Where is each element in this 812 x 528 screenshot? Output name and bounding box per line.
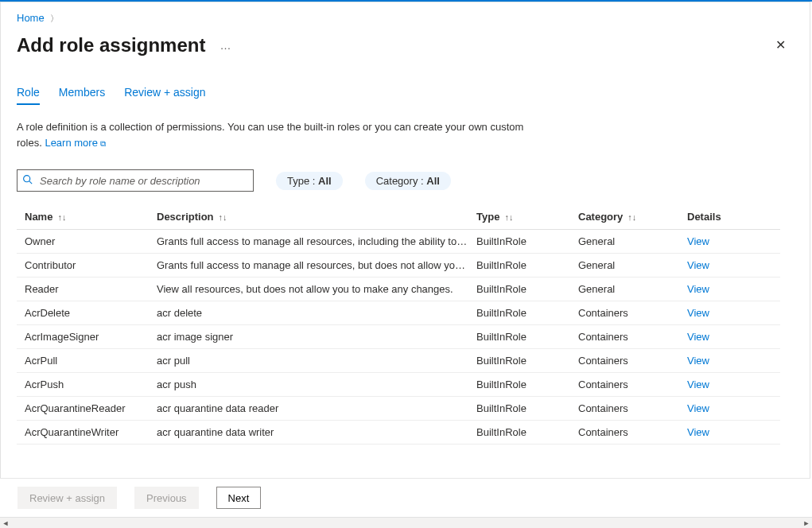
footer-bar: Review + assign Previous Next xyxy=(0,478,810,517)
cell-type: BuiltInRole xyxy=(476,259,578,271)
breadcrumb-home[interactable]: Home xyxy=(17,12,45,24)
cell-type: BuiltInRole xyxy=(476,307,578,319)
cell-category: Containers xyxy=(578,379,687,390)
table-row[interactable]: OwnerGrants full access to manage all re… xyxy=(17,230,780,254)
type-filter-value: All xyxy=(318,175,332,187)
cell-category: Containers xyxy=(578,426,687,438)
svg-line-1 xyxy=(29,181,32,184)
view-link[interactable]: View xyxy=(687,402,751,414)
cell-description: Grants full access to manage all resourc… xyxy=(157,235,476,247)
close-button[interactable]: ✕ xyxy=(771,33,791,57)
table-row[interactable]: AcrImageSigneracr image signerBuiltInRol… xyxy=(17,325,780,349)
cell-description: View all resources, but does not allow y… xyxy=(157,283,476,295)
cell-category: General xyxy=(578,283,687,295)
cell-description: Grants full access to manage all resourc… xyxy=(157,259,476,271)
table-row[interactable]: AcrPullacr pullBuiltInRoleContainersView xyxy=(17,349,780,373)
cell-name: AcrQuarantineWriter xyxy=(25,426,157,438)
cell-name: AcrPush xyxy=(25,379,157,390)
view-link[interactable]: View xyxy=(687,379,751,390)
horizontal-scrollbar[interactable]: ◄ ► xyxy=(0,517,812,528)
view-link[interactable]: View xyxy=(687,426,751,438)
cell-description: acr quarantine data reader xyxy=(157,402,476,414)
cell-type: BuiltInRole xyxy=(476,402,578,414)
table-row[interactable]: AcrQuarantineReaderacr quarantine data r… xyxy=(17,397,780,421)
cell-category: Containers xyxy=(578,331,687,343)
cell-type: BuiltInRole xyxy=(476,426,578,438)
learn-more-link[interactable]: Learn more⧉ xyxy=(45,137,105,149)
cell-category: Containers xyxy=(578,307,687,319)
category-filter-pill[interactable]: Category : All xyxy=(365,172,451,190)
view-link[interactable]: View xyxy=(687,355,751,367)
col-header-category[interactable]: Category↑↓ xyxy=(578,211,687,223)
previous-button: Previous xyxy=(134,487,199,509)
intro-text: A role definition is a collection of per… xyxy=(17,119,526,150)
sort-icon: ↑↓ xyxy=(627,212,636,222)
chevron-right-icon: 〉 xyxy=(50,14,59,23)
cell-category: General xyxy=(578,235,687,247)
table-row[interactable]: ContributorGrants full access to manage … xyxy=(17,254,780,278)
cell-type: BuiltInRole xyxy=(476,235,578,247)
cell-name: Contributor xyxy=(25,259,157,271)
page-scroll-container[interactable]: Home 〉 Add role assignment … ✕ Role Memb… xyxy=(0,2,810,517)
view-link[interactable]: View xyxy=(687,307,751,319)
scroll-left-icon[interactable]: ◄ xyxy=(0,519,11,527)
svg-point-0 xyxy=(24,176,30,182)
cell-category: Containers xyxy=(578,402,687,414)
view-link[interactable]: View xyxy=(687,331,751,343)
category-filter-value: All xyxy=(426,175,440,187)
cell-type: BuiltInRole xyxy=(476,331,578,343)
sort-icon: ↑↓ xyxy=(504,212,513,222)
cell-type: BuiltInRole xyxy=(476,283,578,295)
tab-bar: Role Members Review + assign xyxy=(17,81,810,105)
next-button[interactable]: Next xyxy=(216,487,262,509)
sort-icon: ↑↓ xyxy=(57,212,66,222)
cell-type: BuiltInRole xyxy=(476,379,578,390)
search-input[interactable] xyxy=(17,169,254,192)
view-link[interactable]: View xyxy=(687,259,751,271)
search-box xyxy=(17,169,254,192)
breadcrumb: Home 〉 xyxy=(17,7,810,33)
cell-description: acr quarantine data writer xyxy=(157,426,476,438)
roles-table: Name↑↓ Description↑↓ Type↑↓ Category↑↓ D… xyxy=(17,204,780,445)
cell-name: AcrQuarantineReader xyxy=(25,402,157,414)
tab-members[interactable]: Members xyxy=(59,81,105,105)
cell-description: acr pull xyxy=(157,355,476,367)
table-row[interactable]: ReaderView all resources, but does not a… xyxy=(17,278,780,301)
cell-description: acr image signer xyxy=(157,331,476,343)
cell-description: acr delete xyxy=(157,307,476,319)
sort-icon: ↑↓ xyxy=(219,212,227,222)
cell-name: AcrDelete xyxy=(25,307,157,319)
tab-role[interactable]: Role xyxy=(17,81,40,105)
table-row[interactable]: AcrQuarantineWriteracr quarantine data w… xyxy=(17,421,780,445)
external-link-icon: ⧉ xyxy=(100,139,106,148)
more-actions-button[interactable]: … xyxy=(220,39,231,52)
tab-review-assign[interactable]: Review + assign xyxy=(124,81,205,105)
col-header-type[interactable]: Type↑↓ xyxy=(476,211,578,223)
cell-type: BuiltInRole xyxy=(476,355,578,367)
cell-category: Containers xyxy=(578,355,687,367)
category-filter-label: Category : xyxy=(376,175,427,187)
cell-name: Owner xyxy=(25,235,157,247)
cell-description: acr push xyxy=(157,379,476,390)
cell-name: AcrPull xyxy=(25,355,157,367)
learn-more-label: Learn more xyxy=(45,137,97,149)
cell-category: General xyxy=(578,259,687,271)
cell-name: Reader xyxy=(25,283,157,295)
col-header-description[interactable]: Description↑↓ xyxy=(157,211,476,223)
type-filter-label: Type : xyxy=(287,175,318,187)
view-link[interactable]: View xyxy=(687,283,751,295)
view-link[interactable]: View xyxy=(687,235,751,247)
cell-name: AcrImageSigner xyxy=(25,331,157,343)
col-header-name[interactable]: Name↑↓ xyxy=(25,211,157,223)
col-header-details: Details xyxy=(687,211,751,223)
review-assign-button: Review + assign xyxy=(17,487,117,509)
type-filter-pill[interactable]: Type : All xyxy=(276,172,343,190)
search-icon xyxy=(22,174,33,187)
page-title: Add role assignment xyxy=(17,34,205,56)
scroll-right-icon[interactable]: ► xyxy=(801,519,812,527)
table-row[interactable]: AcrPushacr pushBuiltInRoleContainersView xyxy=(17,373,780,397)
table-row[interactable]: AcrDeleteacr deleteBuiltInRoleContainers… xyxy=(17,301,780,325)
